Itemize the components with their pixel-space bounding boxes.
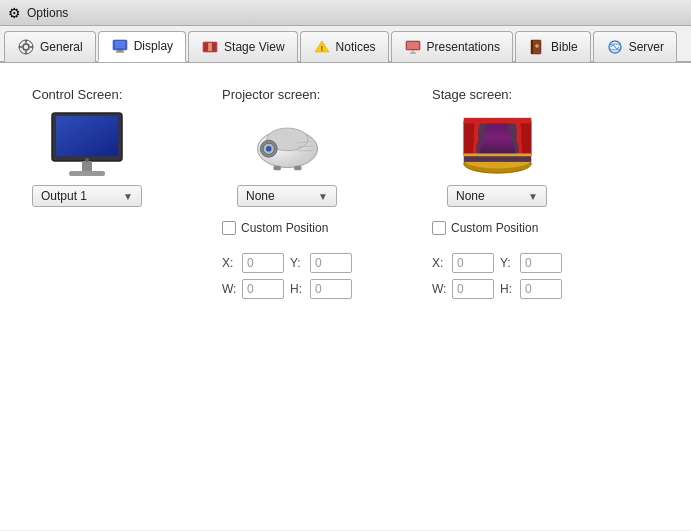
stage-screen-label: Stage screen: xyxy=(432,87,512,102)
title-bar: ⚙ Options xyxy=(0,0,691,26)
tab-server-label: Server xyxy=(629,40,664,54)
stage-x-label: X: xyxy=(432,256,446,270)
title-bar-text: Options xyxy=(27,6,68,20)
bible-icon xyxy=(528,38,546,56)
tab-bible-label: Bible xyxy=(551,40,578,54)
presentations-icon xyxy=(404,38,422,56)
svg-rect-28 xyxy=(82,161,92,171)
svg-point-35 xyxy=(265,145,271,151)
projector-screen-dropdown[interactable]: None ▼ xyxy=(237,185,337,207)
projector-screen-icon xyxy=(250,112,325,177)
svg-rect-7 xyxy=(115,41,125,48)
svg-text:!: ! xyxy=(320,45,322,52)
svg-rect-29 xyxy=(69,171,105,176)
tab-display-label: Display xyxy=(134,39,173,53)
tab-bar: General Display Stage View xyxy=(0,26,691,63)
stage-xy-row: X: Y: xyxy=(432,253,562,273)
tab-presentations[interactable]: Presentations xyxy=(391,31,513,62)
tab-presentations-label: Presentations xyxy=(427,40,500,54)
screens-row: Control Screen: xyxy=(32,87,659,299)
control-screen-dropdown-value: Output 1 xyxy=(41,189,87,203)
notices-icon: ! xyxy=(313,38,331,56)
stage-y-input[interactable] xyxy=(520,253,562,273)
server-icon xyxy=(606,38,624,56)
stage-custom-position-label: Custom Position xyxy=(451,221,538,235)
projector-w-label: W: xyxy=(222,282,236,296)
stage-screen-dropdown-value: None xyxy=(456,189,485,203)
projector-h-label: H: xyxy=(290,282,304,296)
stage-wh-row: W: H: xyxy=(432,279,562,299)
tab-general-label: General xyxy=(40,40,83,54)
tab-notices-label: Notices xyxy=(336,40,376,54)
display-icon xyxy=(111,37,129,55)
control-screen-label: Control Screen: xyxy=(32,87,122,102)
stage-w-label: W: xyxy=(432,282,446,296)
svg-rect-44 xyxy=(463,117,531,123)
tab-display[interactable]: Display xyxy=(98,31,186,62)
projector-x-input[interactable] xyxy=(242,253,284,273)
svg-rect-8 xyxy=(117,50,123,52)
tab-stage-view[interactable]: Stage View xyxy=(188,31,298,62)
svg-point-30 xyxy=(85,158,89,162)
control-screen-dropdown-arrow: ▼ xyxy=(123,191,133,202)
svg-rect-9 xyxy=(116,52,124,53)
tab-stage-view-label: Stage View xyxy=(224,40,285,54)
svg-rect-45 xyxy=(463,153,531,156)
svg-rect-13 xyxy=(208,43,212,51)
projector-custom-position-label: Custom Position xyxy=(241,221,328,235)
projector-custom-position-row: Custom Position xyxy=(222,221,328,235)
stage-screen-dropdown-arrow: ▼ xyxy=(528,191,538,202)
stage-w-input[interactable] xyxy=(452,279,494,299)
title-bar-icon: ⚙ xyxy=(8,5,21,21)
stage-screen-section: Stage screen: xyxy=(432,87,562,299)
projector-xy-row: X: Y: xyxy=(222,253,352,273)
control-screen-section: Control Screen: xyxy=(32,87,142,207)
tab-notices[interactable]: ! Notices xyxy=(300,31,389,62)
tab-general[interactable]: General xyxy=(4,31,96,62)
projector-wh-row: W: H: xyxy=(222,279,352,299)
projector-positions: X: Y: W: H: xyxy=(222,247,352,299)
svg-rect-27 xyxy=(56,116,118,156)
projector-screen-section: Projector screen: xyxy=(222,87,352,299)
tab-bible[interactable]: Bible xyxy=(515,31,591,62)
stage-y-label: Y: xyxy=(500,256,514,270)
stage-view-icon xyxy=(201,38,219,56)
projector-custom-position-checkbox[interactable] xyxy=(222,221,236,235)
stage-custom-position-row: Custom Position xyxy=(432,221,538,235)
projector-h-input[interactable] xyxy=(310,279,352,299)
stage-screen-dropdown[interactable]: None ▼ xyxy=(447,185,547,207)
stage-h-label: H: xyxy=(500,282,514,296)
svg-rect-21 xyxy=(531,40,533,54)
stage-h-input[interactable] xyxy=(520,279,562,299)
tab-server[interactable]: Server xyxy=(593,31,677,62)
projector-screen-dropdown-arrow: ▼ xyxy=(318,191,328,202)
projector-screen-label: Projector screen: xyxy=(222,87,320,102)
svg-point-0 xyxy=(23,44,29,50)
projector-x-label: X: xyxy=(222,256,236,270)
projector-w-input[interactable] xyxy=(242,279,284,299)
content-area: Control Screen: xyxy=(0,63,691,530)
control-screen-icon xyxy=(47,112,127,177)
projector-y-label: Y: xyxy=(290,256,304,270)
general-icon xyxy=(17,38,35,56)
projector-screen-dropdown-value: None xyxy=(246,189,275,203)
stage-positions: X: Y: W: H: xyxy=(432,247,562,299)
stage-screen-icon xyxy=(460,112,535,177)
projector-y-input[interactable] xyxy=(310,253,352,273)
svg-rect-40 xyxy=(294,165,302,170)
svg-rect-39 xyxy=(273,165,281,170)
svg-rect-17 xyxy=(407,42,419,49)
stage-custom-position-checkbox[interactable] xyxy=(432,221,446,235)
stage-x-input[interactable] xyxy=(452,253,494,273)
control-screen-dropdown[interactable]: Output 1 ▼ xyxy=(32,185,142,207)
